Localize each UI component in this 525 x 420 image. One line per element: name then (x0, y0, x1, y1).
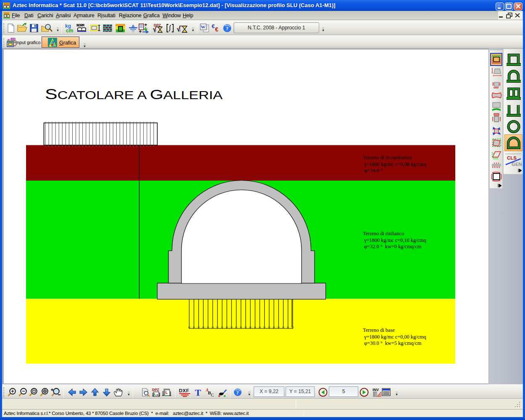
svg-text:φ=32.0 ° kw=0 kg/cmq/cm: φ=32.0 ° kw=0 kg/cmq/cm (364, 244, 422, 249)
svg-text:DPZ: DPZ (152, 388, 159, 392)
svg-text:cm: cm (66, 28, 73, 33)
svg-text:INV: INV (373, 388, 379, 392)
svg-text:C: C (211, 392, 214, 397)
svg-text:?: ? (226, 25, 229, 32)
svg-text:€: € (212, 23, 215, 29)
svg-text:γ=1800 kg/mc c=0,10 kg/cmq: γ=1800 kg/mc c=0,10 kg/cmq (364, 237, 426, 243)
svg-text:φ=34.0 °: φ=34.0 ° (364, 168, 383, 173)
svg-text:NORM: NORM (76, 24, 84, 28)
svg-text:γ=1800 kg/mc c=0,08 kg/cmq: γ=1800 kg/mc c=0,08 kg/cmq (364, 161, 426, 167)
svg-text:SCATOLARE A GALLERIA: SCATOLARE A GALLERIA (45, 86, 223, 102)
svg-text:Terreno di base: Terreno di base (363, 327, 395, 333)
svg-text:φ=30.0 ° kw=5 kg/cmq/cm: φ=30.0 ° kw=5 kg/cmq/cm (364, 340, 422, 346)
svg-text:GEN: GEN (512, 162, 522, 167)
svg-text:7: 7 (179, 29, 181, 33)
svg-text:DXF: DXF (179, 388, 189, 393)
svg-text:Terreno di ricoprimento: Terreno di ricoprimento (363, 155, 412, 160)
svg-text:γ=1800 kg/mc c=0,00 kg/cmq: γ=1800 kg/mc c=0,00 kg/cmq (364, 334, 426, 340)
svg-text:7: 7 (155, 30, 156, 33)
svg-text:Terreno di rinfianco: Terreno di rinfianco (363, 231, 404, 236)
svg-text:?: ? (236, 390, 239, 396)
svg-text:T: T (195, 388, 201, 397)
svg-text:CLS: CLS (507, 155, 517, 160)
svg-text:€: € (215, 26, 218, 33)
svg-text:W: W (201, 24, 205, 29)
